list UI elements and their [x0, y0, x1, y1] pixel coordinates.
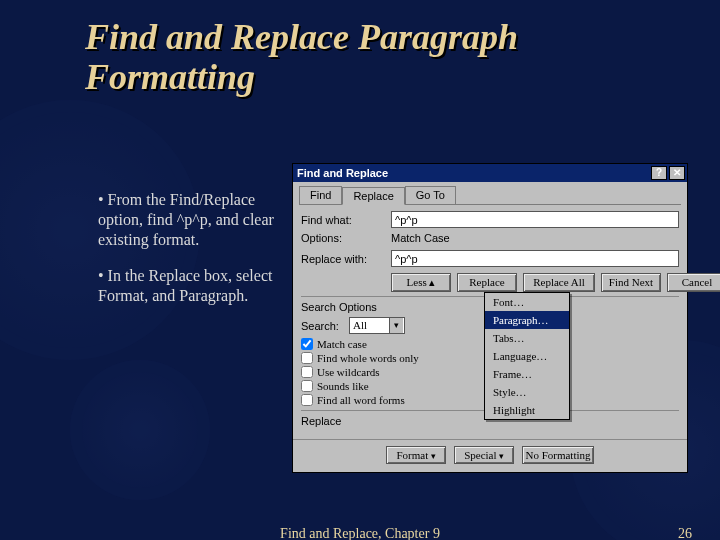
format-menu-style[interactable]: Style…	[485, 383, 569, 401]
find-what-input[interactable]	[391, 211, 679, 228]
format-menu-highlight[interactable]: Highlight	[485, 401, 569, 419]
tab-replace[interactable]: Replace	[342, 187, 404, 205]
format-menu-paragraph[interactable]: Paragraph…	[485, 311, 569, 329]
footer-text: Find and Replace, Chapter 9	[0, 526, 720, 540]
no-formatting-button[interactable]: No Formatting	[522, 446, 594, 464]
find-replace-dialog: Find and Replace ? ✕ Find Replace Go To …	[292, 163, 688, 473]
bullet-1: • From the Find/Replace option, find ^p^…	[98, 190, 288, 250]
wildcards-input[interactable]	[301, 366, 313, 378]
cancel-button[interactable]: Cancel	[667, 273, 720, 292]
replace-all-button[interactable]: Replace All	[523, 273, 595, 292]
options-value: Match Case	[391, 232, 450, 244]
replace-with-input[interactable]	[391, 250, 679, 267]
sounds-like-input[interactable]	[301, 380, 313, 392]
search-label: Search:	[301, 320, 349, 332]
slide-title: Find and Replace Paragraph Formatting	[85, 18, 665, 97]
format-menu-tabs[interactable]: Tabs…	[485, 329, 569, 347]
special-button[interactable]: Special	[454, 446, 514, 464]
chevron-down-icon	[428, 449, 435, 461]
find-what-label: Find what:	[301, 214, 391, 226]
options-label: Options:	[301, 232, 391, 244]
replace-button[interactable]: Replace	[457, 273, 517, 292]
format-menu: Font… Paragraph… Tabs… Language… Frame… …	[484, 292, 570, 420]
format-menu-font[interactable]: Font…	[485, 293, 569, 311]
chevron-down-icon	[497, 449, 504, 461]
search-direction-dropdown[interactable]: All	[349, 317, 405, 334]
find-next-button[interactable]: Find Next	[601, 273, 661, 292]
page-number: 26	[678, 526, 692, 540]
match-case-input[interactable]	[301, 338, 313, 350]
help-button[interactable]: ?	[651, 166, 667, 180]
all-word-forms-input[interactable]	[301, 394, 313, 406]
format-menu-frame[interactable]: Frame…	[485, 365, 569, 383]
dialog-titlebar[interactable]: Find and Replace ? ✕	[293, 164, 687, 182]
format-button[interactable]: Format	[386, 446, 446, 464]
replace-with-label: Replace with:	[301, 253, 391, 265]
bullet-2: • In the Replace box, select Format, and…	[98, 266, 288, 306]
less-button[interactable]: Less ▴	[391, 273, 451, 292]
bullet-list: • From the Find/Replace option, find ^p^…	[98, 190, 288, 322]
tab-goto[interactable]: Go To	[405, 186, 456, 204]
whole-words-input[interactable]	[301, 352, 313, 364]
close-button[interactable]: ✕	[669, 166, 685, 180]
tab-find[interactable]: Find	[299, 186, 342, 204]
dialog-title: Find and Replace	[297, 167, 388, 179]
format-menu-language[interactable]: Language…	[485, 347, 569, 365]
